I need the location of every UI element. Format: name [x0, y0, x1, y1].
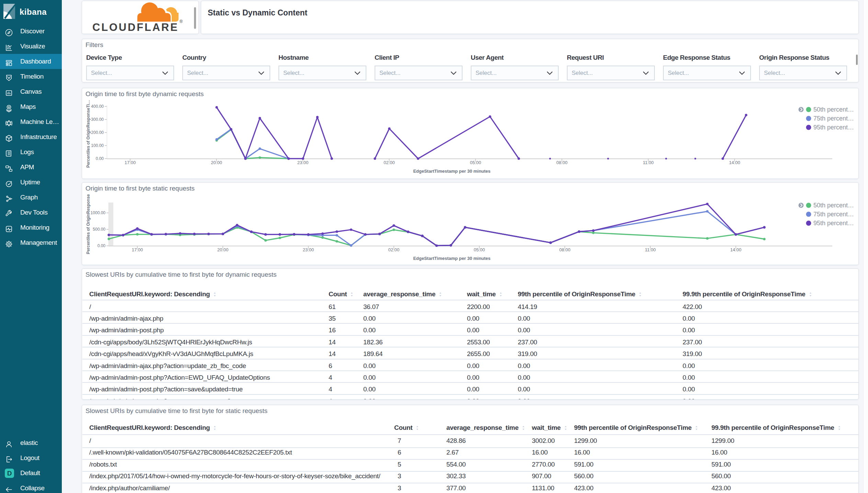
svg-text:®: ® [180, 19, 183, 24]
svg-text:08:00: 08:00 [556, 160, 568, 165]
svg-text:20:00: 20:00 [217, 247, 229, 252]
svg-text:300.00: 300.00 [91, 117, 104, 122]
svg-text:23:00: 23:00 [303, 247, 314, 252]
svg-text:05:00: 05:00 [474, 247, 485, 252]
svg-text:Percentiles of OriginResponse: Percentiles of OriginResponse [86, 194, 91, 254]
svg-text:02:00: 02:00 [384, 160, 395, 165]
svg-text:14:00: 14:00 [730, 247, 742, 252]
svg-text:17:00: 17:00 [132, 247, 143, 252]
svg-text:500.00: 500.00 [93, 227, 105, 232]
svg-text:20:00: 20:00 [211, 160, 222, 165]
svg-text:17:00: 17:00 [125, 160, 136, 165]
svg-text:1000.00: 1000.00 [91, 210, 106, 215]
svg-text:0.00: 0.00 [96, 156, 104, 161]
svg-text:50th percent…: 50th percent… [813, 106, 854, 113]
svg-text:14:00: 14:00 [729, 160, 740, 165]
svg-text:05:00: 05:00 [470, 160, 481, 165]
svg-text:400.00: 400.00 [91, 104, 104, 109]
svg-text:11:00: 11:00 [645, 247, 656, 252]
svg-text:Percentiles of OriginResponseT: Percentiles of OriginResponseTi… [86, 100, 91, 168]
svg-text:EdgeStartTimestamp per 30 minu: EdgeStartTimestamp per 30 minutes [413, 256, 490, 261]
svg-text:08:00: 08:00 [559, 247, 571, 252]
svg-text:200.00: 200.00 [91, 130, 104, 135]
svg-text:CLOUDFLARE: CLOUDFLARE [92, 21, 179, 33]
svg-text:EdgeStartTimestamp per 30 minu: EdgeStartTimestamp per 30 minutes [413, 169, 490, 174]
svg-text:95th percent…: 95th percent… [813, 220, 854, 227]
svg-text:50th percent…: 50th percent… [813, 202, 854, 209]
svg-text:02:00: 02:00 [388, 247, 400, 252]
svg-text:23:00: 23:00 [297, 160, 309, 165]
svg-text:75th percent…: 75th percent… [813, 115, 854, 122]
svg-text:D: D [7, 470, 12, 477]
svg-text:0.00: 0.00 [98, 243, 106, 248]
svg-text:75th percent…: 75th percent… [813, 211, 854, 218]
svg-text:95th percent…: 95th percent… [813, 124, 854, 131]
svg-text:11:00: 11:00 [643, 160, 654, 165]
svg-text:100.00: 100.00 [91, 143, 104, 148]
